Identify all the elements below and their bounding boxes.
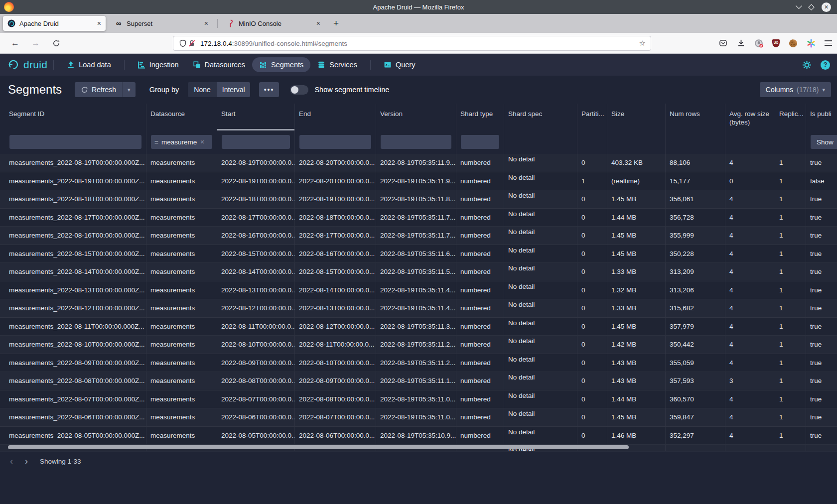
- window-close-icon[interactable]: ×: [822, 2, 831, 12]
- cell-version: 2022-08-19T05:35:11.7...: [376, 209, 456, 227]
- downloads-icon[interactable]: [736, 39, 745, 48]
- column-header-num-rows[interactable]: Num rows: [666, 104, 725, 130]
- refresh-button-group: Refresh ▾: [75, 82, 136, 97]
- filter-input-version[interactable]: [381, 135, 451, 149]
- cell-end: 2022-08-12T00:00:00.0...: [295, 318, 376, 336]
- druid-logo[interactable]: druid: [7, 58, 47, 71]
- cookie-extension-icon[interactable]: [789, 39, 798, 48]
- cell-end: 2022-08-07T00:00:00.0...: [295, 408, 376, 426]
- column-header-avg-row-size[interactable]: Avg. row size (bytes): [725, 104, 775, 130]
- more-options-button[interactable]: •••: [259, 82, 279, 97]
- cell-id: measurements_2022-08-19T00:00:00.000Z...: [5, 154, 146, 172]
- nav-item-query[interactable]: Query: [377, 57, 422, 72]
- insecure-lock-icon[interactable]: [187, 39, 196, 48]
- table-row: measurements_2022-08-05T00:00:00.000Z...…: [0, 427, 837, 445]
- tab-minio-console[interactable]: MinIO Console ×: [222, 16, 325, 31]
- remove-filter-icon[interactable]: ×: [200, 138, 204, 146]
- next-page-button[interactable]: ›: [19, 454, 34, 469]
- tracking-shield-icon[interactable]: [178, 39, 187, 48]
- column-header-partition[interactable]: Partiti...: [577, 104, 607, 130]
- tab-superset[interactable]: ∞ Superset ×: [110, 16, 213, 31]
- cell-id: measurements_2022-08-15T00:00:00.000Z...: [5, 245, 146, 263]
- table-row: measurements_2022-08-07T00:00:00.000Z...…: [0, 390, 837, 409]
- cell-end: 2022-08-06T00:00:00.0...: [295, 427, 376, 445]
- ublock-origin-icon[interactable]: UO: [772, 39, 780, 47]
- cell-datasource: measurements: [146, 299, 217, 317]
- column-header-version[interactable]: Version: [376, 104, 456, 130]
- cell-replicas: 1: [775, 408, 806, 426]
- horizontal-scrollbar[interactable]: [8, 445, 629, 449]
- pagination-footer: ‹ › Showing 1-33: [0, 451, 837, 471]
- column-header-is-published[interactable]: Is publi: [806, 104, 837, 130]
- tab-close-icon[interactable]: ×: [316, 19, 320, 27]
- bookmark-star-icon[interactable]: ☆: [639, 39, 646, 48]
- cell-shard-spec: No detail: [504, 299, 577, 317]
- cell-id: measurements_2022-08-16T00:00:00.000Z...: [5, 227, 146, 245]
- column-header-replicas[interactable]: Replic...: [775, 104, 806, 130]
- filter-input-end[interactable]: [299, 135, 371, 149]
- tab-apache-druid[interactable]: Apache Druid ×: [3, 16, 106, 31]
- cell-datasource: measurements: [146, 245, 217, 263]
- column-header-segment-id[interactable]: Segment ID: [5, 104, 146, 130]
- tab-close-icon[interactable]: ×: [204, 19, 208, 27]
- cell-size: 1.45 MB: [607, 408, 666, 426]
- cell-shard-spec: No detail: [504, 318, 577, 336]
- pocket-icon[interactable]: [718, 39, 727, 48]
- cell-version: 2022-08-19T05:35:11.0...: [376, 390, 456, 408]
- cell-replicas: 1: [775, 299, 806, 317]
- datasource-filter-chip[interactable]: = measurements ×: [151, 135, 212, 149]
- cell-partition: 0: [577, 154, 607, 172]
- filter-input-shard-type[interactable]: [461, 135, 499, 149]
- extension-icon[interactable]: [754, 39, 763, 48]
- back-icon[interactable]: ←: [11, 38, 19, 48]
- nav-item-ingestion[interactable]: Ingestion: [131, 57, 186, 72]
- url-bar[interactable]: 172.18.0.4:30899/unified-console.html#se…: [173, 36, 651, 51]
- nav-item-load-data[interactable]: Load data: [60, 57, 118, 72]
- tab-close-icon[interactable]: ×: [97, 19, 101, 27]
- column-header-shard-type[interactable]: Shard type: [456, 104, 504, 130]
- menu-hamburger-icon[interactable]: [825, 40, 832, 46]
- segment-timeline-toggle[interactable]: [290, 85, 308, 95]
- column-header-end[interactable]: End: [295, 104, 376, 130]
- nav-item-datasources[interactable]: Datasources: [186, 57, 252, 72]
- columns-button[interactable]: Columns(17/18)▾: [760, 82, 831, 97]
- column-header-datasource[interactable]: Datasource: [146, 104, 217, 130]
- window-maximize-icon[interactable]: [808, 4, 815, 10]
- cell-datasource: measurements: [146, 408, 217, 426]
- cell-start: 2022-08-18T00:00:00.0...: [217, 190, 295, 208]
- forward-icon[interactable]: →: [31, 38, 40, 48]
- reload-icon[interactable]: [52, 39, 61, 48]
- refresh-button[interactable]: Refresh: [75, 82, 122, 97]
- settings-gear-icon[interactable]: [802, 60, 812, 70]
- previous-page-button[interactable]: ‹: [4, 454, 19, 469]
- cell-size: 1.45 MB: [607, 227, 666, 245]
- filter-input-start[interactable]: [222, 135, 290, 149]
- cell-shard-type: numbered: [456, 263, 504, 281]
- nav-item-segments[interactable]: Segments: [252, 57, 310, 72]
- cell-partition: 0: [577, 209, 607, 227]
- cell-avg-row-size: 4: [725, 427, 775, 445]
- firefox-logo-icon: [4, 2, 14, 12]
- group-by-none-button[interactable]: None: [188, 82, 216, 97]
- filter-input-segment-id[interactable]: [9, 135, 141, 149]
- help-icon[interactable]: ?: [821, 60, 830, 70]
- multi-account-containers-icon[interactable]: [807, 39, 816, 48]
- column-header-size[interactable]: Size: [607, 104, 666, 130]
- cell-is-published: true: [806, 336, 837, 354]
- cell-shard-type: numbered: [456, 299, 504, 317]
- new-tab-button[interactable]: +: [333, 18, 339, 29]
- cell-num-rows: 360,570: [666, 390, 725, 408]
- is-published-filter-button[interactable]: Show: [811, 135, 837, 149]
- console-icon: [384, 61, 392, 69]
- window-minimize-icon[interactable]: [796, 2, 802, 9]
- refresh-options-button[interactable]: ▾: [122, 82, 136, 97]
- cell-end: 2022-08-16T00:00:00.0...: [295, 245, 376, 263]
- group-by-interval-button[interactable]: Interval: [217, 82, 250, 97]
- column-header-start[interactable]: Start: [217, 104, 295, 130]
- cell-replicas: 1: [775, 427, 806, 445]
- column-header-shard-spec[interactable]: Shard spec: [504, 104, 577, 130]
- nav-item-services[interactable]: Services: [310, 57, 364, 72]
- cell-start: 2022-08-13T00:00:00.0...: [217, 281, 295, 299]
- cell-num-rows: 315,682: [666, 299, 725, 317]
- cell-shard-spec: No detail: [504, 427, 577, 445]
